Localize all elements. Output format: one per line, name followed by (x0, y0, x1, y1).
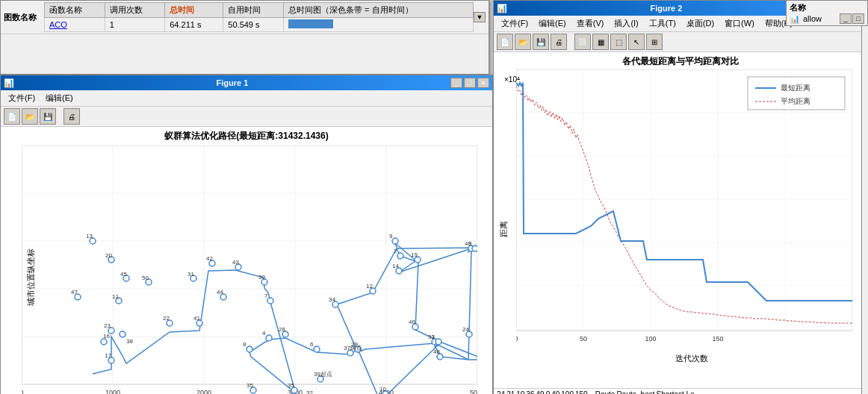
svg-text:0: 0 (22, 389, 24, 394)
fig2-menu-view[interactable]: 查看(V) (572, 17, 609, 30)
fig2-xlabel: 迭代次数 (516, 353, 867, 364)
col-chart: 总时间图（深色条带 = 自用时间） (283, 3, 473, 18)
fig2-tool4[interactable]: ↖ (628, 34, 645, 50)
svg-text:12: 12 (366, 283, 373, 290)
svg-text:44: 44 (217, 289, 223, 296)
time-chart-cell (283, 18, 473, 32)
svg-text:35: 35 (247, 382, 253, 389)
svg-text:50: 50 (142, 275, 149, 281)
svg-text:41: 41 (193, 315, 200, 322)
svg-text:19: 19 (411, 251, 418, 258)
fig2-print[interactable]: 🖨 (551, 34, 567, 50)
svg-text:22: 22 (163, 315, 170, 322)
figure2-window: 📊 Figure 2 _ □ × 文件(F) 编辑(E) 查看(V) 插入(I)… (493, 0, 868, 394)
fig2-menu-file[interactable]: 文件(F) (497, 17, 533, 30)
fig2-open[interactable]: 📂 (515, 34, 531, 50)
figure1-title: Figure 1 (217, 78, 249, 87)
svg-text:8: 8 (243, 341, 247, 348)
fig2-menu-edit[interactable]: 编辑(E) (534, 17, 571, 30)
table-title: 图数名称 (4, 12, 37, 23)
figure1-icon: 📊 (4, 78, 14, 88)
maximize-btn[interactable]: □ (464, 78, 476, 88)
figure1-toolbar: 📄 📂 💾 🖨 (1, 107, 492, 127)
fig2-tool3[interactable]: ⬚ (610, 34, 627, 50)
svg-text:150: 150 (712, 335, 723, 343)
svg-text:35: 35 (288, 382, 294, 389)
figure1-ylabel: 城市位置纵坐标 (25, 248, 37, 306)
figure1-window: 📊 Figure 1 _ □ × 文件(F) 编辑(E) 📄 📂 💾 🖨 蚁群算… (0, 75, 493, 394)
figure1-content: 蚁群算法优化路径(最短距离:31432.1436) 城市位置纵坐标 (1, 127, 492, 394)
fig2-tool1[interactable]: ⬜ (574, 34, 591, 50)
figure1-menubar: 文件(F) 编辑(E) (1, 90, 492, 107)
aco-link[interactable]: ACO (49, 20, 67, 29)
svg-text:10: 10 (379, 386, 386, 393)
svg-text:最短距离: 最短距离 (781, 84, 810, 92)
col-total: 总时间 (165, 3, 223, 18)
allow-max-btn[interactable]: □ (852, 13, 864, 24)
fig2-save[interactable]: 💾 (533, 34, 549, 50)
svg-text:5000: 5000 (470, 389, 477, 394)
save-btn[interactable]: 💾 (40, 108, 56, 125)
figure2-canvas-area: 距离 ×10⁴ 3 (494, 69, 867, 388)
col-self: 自用时间 (223, 3, 284, 18)
figure1-titlebar: 📊 Figure 1 _ □ × (1, 75, 492, 90)
svg-text:46: 46 (409, 319, 415, 325)
figure2-content: 各代最短距离与平均距离对比 距离 ×10⁴ (494, 52, 867, 394)
svg-text:47: 47 (71, 289, 78, 296)
fig2-new[interactable]: 📄 (497, 34, 513, 50)
svg-text:16: 16 (103, 333, 110, 340)
svg-text:28: 28 (279, 326, 285, 333)
figure2-icon: 📊 (497, 4, 507, 13)
fig2-menu-window[interactable]: 窗口(W) (720, 17, 759, 30)
svg-text:24: 24 (462, 326, 469, 333)
figure2-toolbar: 📄 📂 💾 🖨 ⬜ ▦ ⬚ ↖ ⊞ (494, 32, 867, 52)
figure2-legend: 最短距离 平均距离 (748, 77, 845, 110)
print-btn[interactable]: 🖨 (63, 108, 80, 125)
scroll-down-btn[interactable]: ▼ (474, 12, 486, 22)
fig2-tool5[interactable]: ⊞ (646, 34, 663, 50)
svg-point-59 (392, 238, 398, 244)
minimize-btn[interactable]: _ (450, 78, 462, 88)
svg-text:0: 0 (516, 335, 518, 343)
close-btn[interactable]: × (477, 78, 489, 88)
svg-text:4: 4 (262, 330, 266, 337)
allow-min-btn[interactable]: _ (840, 13, 852, 24)
svg-text:42: 42 (206, 255, 213, 262)
svg-text:6: 6 (310, 341, 314, 348)
svg-text:7: 7 (264, 293, 268, 299)
fig2-menu-insert[interactable]: 插入(I) (610, 17, 642, 30)
svg-point-69 (472, 246, 477, 251)
allow-row: 📊 allow _ □ (790, 13, 864, 24)
svg-text:30: 30 (258, 274, 265, 281)
svg-text:32: 32 (306, 390, 313, 394)
new-btn[interactable]: 📄 (4, 108, 20, 125)
svg-text:1000: 1000 (105, 389, 120, 394)
self-time-cell: 50.549 s (223, 18, 284, 32)
svg-text:2000: 2000 (196, 389, 211, 394)
fig2-menu-tools[interactable]: 工具(T) (645, 17, 681, 30)
fig2-tool2[interactable]: ▦ (592, 34, 609, 50)
fig2-menu-desktop[interactable]: 桌面(D) (682, 17, 719, 30)
svg-text:46: 46 (433, 348, 440, 355)
right-panel (861, 0, 868, 394)
svg-text:23: 23 (104, 322, 111, 329)
menu-edit[interactable]: 编辑(E) (41, 92, 78, 104)
svg-text:100: 100 (645, 335, 656, 343)
svg-point-64 (435, 339, 441, 345)
svg-text:39起点: 39起点 (314, 371, 332, 378)
figure1-chart-title: 蚁群算法优化路径(最短距离:31432.1436) (1, 127, 492, 144)
fig2-ylabel: 距离 (498, 221, 509, 237)
svg-text:43: 43 (232, 259, 239, 266)
open-btn[interactable]: 📂 (22, 108, 38, 125)
names-label: 名称 (790, 2, 864, 13)
svg-text:34: 34 (329, 296, 335, 303)
fig2-yaxis-scale: ×10⁴ (504, 75, 520, 84)
col-calls: 调用次数 (105, 3, 165, 18)
svg-point-49 (314, 346, 320, 352)
svg-text:2: 2 (394, 248, 397, 254)
figure1-svg: 0 1000 2000 3000 4000 5000 0 1000 2000 3… (22, 146, 477, 394)
svg-point-42 (267, 298, 273, 304)
menu-file[interactable]: 文件(F) (4, 92, 40, 104)
figure1-canvas: 城市位置纵坐标 0 1000 (1, 146, 492, 394)
allow-icon: 📊 (790, 14, 800, 24)
